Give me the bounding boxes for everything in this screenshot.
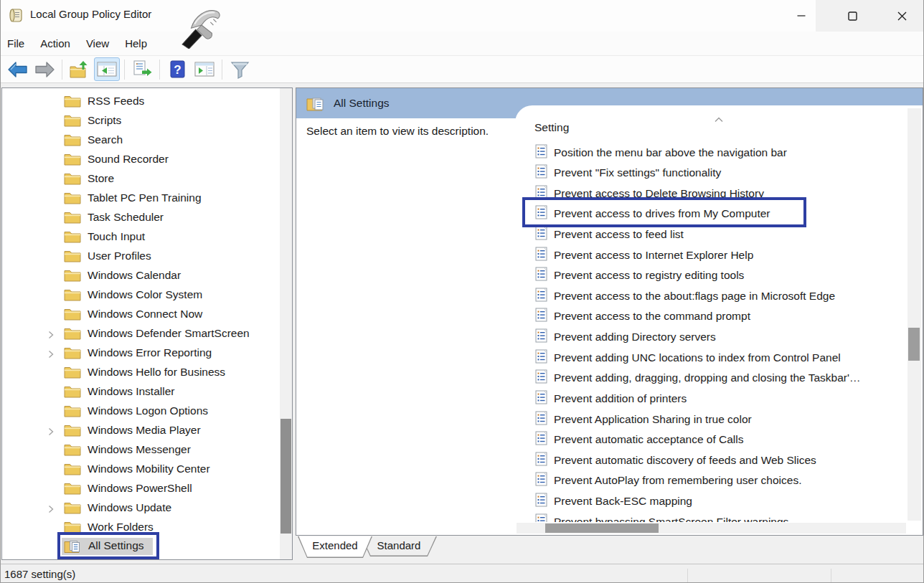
tree-item-windows-connect-now[interactable]: Windows Connect Now [2, 304, 292, 323]
tree-item-task-scheduler[interactable]: Task Scheduler [2, 207, 292, 227]
setting-item-prevent-back-esc-mapping[interactable]: Prevent Back-ESC mapping [535, 491, 906, 512]
setting-item-prevent-adding-unc-locations-to-index-from-contr[interactable]: Prevent adding UNC locations to index fr… [535, 347, 906, 368]
menu-item-action[interactable]: Action [40, 37, 70, 49]
setting-item-label: Prevent adding Directory servers [554, 331, 716, 343]
tree-item-content: Windows Error Reporting [64, 346, 212, 359]
tree-item-windows-installer[interactable]: Windows Installer [2, 381, 292, 401]
setting-icon [535, 144, 547, 161]
tree-item-windows-color-system[interactable]: Windows Color System [2, 285, 292, 304]
setting-item-prevent-access-to-the-about-flags-page-in-micros[interactable]: Prevent access to the about:flags page i… [535, 285, 906, 306]
menu-item-help[interactable]: Help [125, 37, 147, 49]
toolbar-separator [159, 60, 160, 80]
forward-button[interactable] [32, 57, 57, 81]
setting-item-prevent-autoplay-from-remembering-user-choices[interactable]: Prevent AutoPlay from remembering user c… [535, 470, 906, 491]
setting-item-prevent-addition-of-printers[interactable]: Prevent addition of printers [535, 388, 906, 409]
setting-icon [535, 164, 547, 181]
tree-item-tablet-pc-pen-training[interactable]: Tablet PC Pen Training [2, 188, 292, 207]
filter-button[interactable] [227, 57, 253, 81]
list-vscrollbar-thumb[interactable] [908, 328, 920, 361]
show-console-tree-button[interactable] [94, 57, 120, 81]
tree-item-windows-mobility-center[interactable]: Windows Mobility Center [2, 459, 292, 478]
setting-item-prevent-access-to-drives-from-my-computer[interactable]: Prevent access to drives from My Compute… [535, 204, 906, 224]
setting-item-label: Prevent Application Sharing in true colo… [554, 413, 752, 426]
chevron-right-icon[interactable] [48, 426, 54, 435]
setting-item-prevent-access-to-internet-explorer-help[interactable]: Prevent access to Internet Explorer Help [535, 245, 906, 265]
folder-icon [64, 423, 81, 437]
toolbar-separator [62, 60, 62, 80]
setting-item-label: Prevent bypassing SmartScreen Filter war… [554, 516, 788, 522]
tree-item-label: Windows Calendar [88, 269, 181, 282]
show-action-pane-button[interactable] [192, 57, 217, 81]
menu-item-view[interactable]: View [86, 37, 109, 49]
tree-item-rss-feeds[interactable]: RSS Feeds [2, 91, 292, 110]
forward-arrow-icon [34, 60, 55, 79]
setting-item-prevent-fix-settings-functionality[interactable]: Prevent "Fix settings" functionality [535, 163, 906, 184]
chevron-right-icon[interactable] [48, 329, 54, 338]
chevron-right-icon[interactable] [48, 503, 54, 512]
close-button[interactable] [885, 1, 918, 31]
chevron-right-icon[interactable] [48, 349, 54, 357]
minimize-button[interactable] [785, 1, 818, 31]
tree-item-all-settings[interactable]: All Settings [2, 536, 292, 556]
tree-item-label: Windows Color System [88, 288, 202, 301]
tree-item-touch-input[interactable]: Touch Input [2, 227, 292, 246]
setting-item-prevent-access-to-feed-list[interactable]: Prevent access to feed list [535, 224, 906, 245]
setting-item-prevent-access-to-the-command-prompt[interactable]: Prevent access to the command prompt [535, 306, 906, 327]
setting-item-label: Prevent access to Delete Browsing Histor… [554, 187, 764, 200]
list-hscrollbar-thumb[interactable] [545, 523, 659, 533]
menu-item-file[interactable]: File [7, 37, 24, 49]
tree-scrollbar-thumb[interactable] [280, 419, 291, 534]
setting-item-prevent-adding-dragging-dropping-and-closing-the[interactable]: Prevent adding, dragging, dropping and c… [535, 368, 906, 389]
tree-item-label: Windows Connect Now [88, 308, 202, 321]
setting-icon [535, 328, 547, 346]
tree-item-work-folders[interactable]: Work Folders [2, 517, 292, 536]
tree-item-label: Task Scheduler [88, 211, 164, 224]
help-button[interactable]: ? [164, 57, 190, 81]
tree-item-windows-error-reporting[interactable]: Windows Error Reporting [2, 343, 292, 362]
tree-item-label: Scripts [88, 114, 121, 127]
export-list-icon [132, 60, 152, 78]
setting-item-prevent-access-to-delete-browsing-history[interactable]: Prevent access to Delete Browsing Histor… [535, 183, 906, 204]
list-vertical-scrollbar[interactable] [908, 108, 921, 521]
tree-item-store[interactable]: Store [2, 169, 292, 188]
statusbar-divider [687, 569, 688, 583]
tree-item-windows-update[interactable]: Windows Update [2, 498, 292, 517]
tree-item-windows-hello-for-business[interactable]: Windows Hello for Business [2, 362, 292, 381]
setting-item-position-the-menu-bar-above-the-navigation-bar[interactable]: Position the menu bar above the navigati… [535, 142, 906, 163]
setting-item-prevent-adding-directory-servers[interactable]: Prevent adding Directory servers [535, 327, 906, 348]
setting-item-prevent-bypassing-smartscreen-filter-warnings[interactable]: Prevent bypassing SmartScreen Filter war… [535, 511, 906, 522]
setting-item-label: Prevent AutoPlay from remembering user c… [554, 474, 801, 487]
setting-icon [535, 288, 547, 305]
tree-item-user-profiles[interactable]: User Profiles [2, 246, 292, 265]
export-list-button[interactable] [129, 57, 155, 81]
sort-ascending-icon[interactable] [715, 113, 724, 125]
setting-item-prevent-application-sharing-in-true-color[interactable]: Prevent Application Sharing in true colo… [535, 409, 906, 430]
maximize-button[interactable] [836, 1, 869, 31]
tree-item-windows-logon-options[interactable]: Windows Logon Options [2, 401, 292, 420]
folder-icon [64, 288, 81, 301]
tree-item-sound-recorder[interactable]: Sound Recorder [2, 149, 292, 169]
tab-extended-label: Extended [298, 539, 372, 551]
tree-item-windows-calendar[interactable]: Windows Calendar [2, 265, 292, 285]
tree-item-content: Windows Update [64, 501, 171, 514]
tree-vertical-scrollbar[interactable] [280, 88, 292, 559]
folder-icon [64, 404, 81, 417]
tree-item-content: Windows Calendar [64, 268, 181, 282]
setting-column-header[interactable]: Setting [534, 121, 692, 134]
tree-item-windows-powershell[interactable]: Windows PowerShell [2, 478, 292, 498]
list-horizontal-scrollbar[interactable] [517, 523, 906, 534]
tree-item-search[interactable]: Search [2, 130, 292, 149]
tree-item-content: Task Scheduler [64, 210, 164, 224]
setting-item-prevent-access-to-registry-editing-tools[interactable]: Prevent access to registry editing tools [535, 265, 906, 286]
tree-item-label: Search [88, 133, 123, 146]
tree-item-scripts[interactable]: Scripts [2, 110, 292, 130]
tree-item-windows-defender-smartscreen[interactable]: Windows Defender SmartScreen [2, 323, 292, 343]
setting-item-prevent-automatic-acceptance-of-calls[interactable]: Prevent automatic acceptance of Calls [535, 430, 906, 450]
up-one-level-button[interactable] [67, 57, 93, 81]
tree-item-content: Windows Media Player [64, 423, 201, 437]
tab-extended[interactable]: Extended [298, 536, 372, 558]
tree-item-windows-media-player[interactable]: Windows Media Player [2, 420, 292, 440]
tree-item-windows-messenger[interactable]: Windows Messenger [2, 440, 292, 459]
setting-item-prevent-automatic-discovery-of-feeds-and-web-sli[interactable]: Prevent automatic discovery of feeds and… [535, 450, 906, 470]
back-button[interactable] [4, 57, 30, 81]
